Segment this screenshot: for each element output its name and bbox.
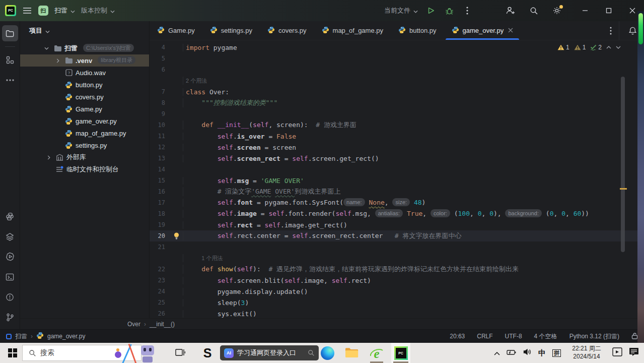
run-button[interactable]	[426, 6, 436, 16]
code-line[interactable]: 23 self.screen.blit(self.image, self.rec…	[150, 275, 644, 286]
breadcrumb-class[interactable]: Over	[127, 321, 140, 328]
tree-item[interactable]: covers.py	[20, 91, 149, 103]
editor-tab[interactable]: button.py	[391, 21, 444, 40]
code-line[interactable]: 25 sleep(3)	[150, 297, 644, 308]
editor-tab[interactable]: covers.py	[260, 21, 314, 40]
code-line[interactable]: 15 self.msg = 'GAME OVER'	[150, 175, 644, 186]
prev-problem-icon[interactable]	[606, 46, 611, 49]
line-number[interactable]: 6	[150, 66, 170, 73]
terminal-tool-icon[interactable]	[2, 269, 18, 285]
ime-mode-indicator[interactable]: 拼	[552, 349, 561, 357]
editor-scrollbar[interactable]	[621, 77, 625, 252]
chevron-right-icon[interactable]	[44, 155, 53, 160]
python-interpreter[interactable]: Python 3.12 (扫雷)	[569, 332, 619, 341]
line-number[interactable]: 16	[150, 188, 170, 195]
tab-options-kebab-icon[interactable]	[603, 21, 619, 40]
status-file-name[interactable]: game_over.py	[47, 333, 85, 340]
code-line[interactable]: 10 def __init__(self, screen): # 游戏主界面	[150, 119, 644, 131]
structure-tool-icon[interactable]	[2, 52, 18, 68]
tab-close-icon[interactable]	[508, 27, 513, 34]
hamburger-menu-icon[interactable]	[22, 6, 32, 16]
tree-item[interactable]: 临时文件和控制台	[20, 163, 149, 175]
line-number[interactable]: 15	[150, 177, 170, 184]
code-line[interactable]: 9	[150, 108, 644, 119]
line-number[interactable]: 25	[150, 299, 170, 306]
warning-strong-group[interactable]: 1	[557, 44, 569, 51]
line-number[interactable]: 12	[150, 144, 170, 151]
usages-inlay-hint[interactable]: 2 个用法	[186, 78, 207, 84]
intention-bulb-icon[interactable]	[170, 232, 183, 240]
line-number[interactable]: 7	[150, 88, 170, 95]
windows-start-button[interactable]	[8, 348, 17, 357]
line-number[interactable]: 4	[150, 44, 170, 51]
usages-inlay-hint[interactable]: 1 个用法	[201, 255, 223, 261]
editor-tab[interactable]: map_of_game.py	[314, 21, 391, 40]
maximize-button[interactable]	[597, 0, 620, 21]
line-number[interactable]: 17	[150, 199, 170, 206]
code-line[interactable]: 20 self.rect.center = self.screen_rect.c…	[150, 230, 644, 241]
run-tool-icon[interactable]	[2, 249, 18, 265]
battery-icon[interactable]	[507, 348, 517, 357]
debug-button[interactable]	[444, 6, 454, 16]
editor-tab[interactable]: Game.py	[150, 21, 202, 40]
tree-item[interactable]: Game.py	[20, 103, 149, 115]
touch-keyboard-icon[interactable]	[612, 347, 622, 358]
code-line[interactable]: 17 self.font = pygame.font.SysFont(name:…	[150, 197, 644, 208]
indent-setting[interactable]: 4 个空格	[534, 332, 557, 341]
line-number[interactable]: 13	[150, 155, 170, 162]
line-number[interactable]: 24	[150, 288, 170, 295]
code-editor[interactable]: 1 1 2	[150, 40, 644, 318]
line-number[interactable]: 21	[150, 244, 170, 251]
scrollbar-warning-marker[interactable]	[620, 188, 627, 190]
vcs-widget[interactable]: 版本控制	[81, 6, 115, 15]
inspections-widget[interactable]: 1 1 2	[557, 44, 621, 51]
tree-item[interactable]: ?Audio.wav	[20, 67, 149, 79]
code-line[interactable]: 7class Over:	[150, 86, 644, 97]
ie-browser-app-icon[interactable]: e	[369, 346, 384, 361]
editor-tab[interactable]: settings.py	[202, 21, 260, 40]
code-line[interactable]: 26 sys.exit()	[150, 308, 644, 318]
news-widget[interactable]: AI 学习通网页登录入口	[220, 345, 319, 360]
tree-item[interactable]: button.py	[20, 79, 149, 91]
chevron-right-icon[interactable]	[53, 58, 62, 63]
line-number[interactable]: 26	[150, 310, 170, 317]
more-tool-windows-icon[interactable]	[2, 72, 18, 88]
problems-tool-icon[interactable]	[2, 289, 18, 305]
minimize-button[interactable]	[573, 0, 597, 21]
line-number[interactable]: 5	[150, 55, 170, 62]
code-line[interactable]: 24 pygame.display.update()	[150, 286, 644, 297]
code-with-me-icon[interactable]	[506, 6, 516, 16]
git-branch-icon[interactable]	[2, 309, 18, 325]
sharex-app-icon[interactable]: S	[200, 346, 214, 360]
tree-item[interactable]: map_of_game.py	[20, 127, 149, 139]
line-number[interactable]: 9	[150, 110, 170, 117]
line-number[interactable]: 22	[150, 266, 170, 273]
inlay-usage-line[interactable]: 2 个用法	[150, 75, 644, 86]
code-line[interactable]: 21	[150, 241, 644, 253]
line-number[interactable]: 23	[150, 277, 170, 284]
code-line[interactable]: 13 self.screen_rect = self.screen.get_re…	[150, 153, 644, 164]
inlay-usage-line[interactable]: 1 个用法	[150, 253, 644, 264]
code-line[interactable]: 16 # 渲染文字'GAME OVER'到游戏主界面上	[150, 186, 644, 197]
settings-gear-icon[interactable]	[552, 6, 562, 16]
tree-item[interactable]: .venvlibrary根目录	[20, 54, 149, 67]
editor-tab-active[interactable]: game_over.py	[444, 21, 521, 40]
code-line[interactable]: 5	[150, 53, 644, 64]
project-selector[interactable]: 扫雷	[54, 6, 75, 15]
task-view-button[interactable]	[175, 348, 185, 357]
edge-app-icon[interactable]	[321, 346, 334, 360]
line-number[interactable]: 18	[150, 210, 170, 217]
next-problem-icon[interactable]	[616, 46, 621, 49]
services-layers-icon[interactable]	[2, 228, 18, 245]
python-packages-tool-icon[interactable]	[2, 208, 18, 224]
line-number[interactable]: 14	[150, 166, 170, 173]
project-tool-icon[interactable]	[2, 25, 18, 41]
code-line[interactable]: 12 self.screen = screen	[150, 142, 644, 153]
caret-position[interactable]: 20:63	[450, 333, 465, 340]
file-explorer-app-icon[interactable]	[345, 347, 359, 358]
code-line[interactable]: 11 self.is_over = False	[150, 131, 644, 142]
line-number[interactable]: 19	[150, 221, 170, 228]
file-encoding[interactable]: UTF-8	[505, 333, 522, 340]
tree-item[interactable]: 外部库	[20, 151, 149, 163]
taskbar-search-input[interactable]: 搜索	[22, 345, 141, 361]
